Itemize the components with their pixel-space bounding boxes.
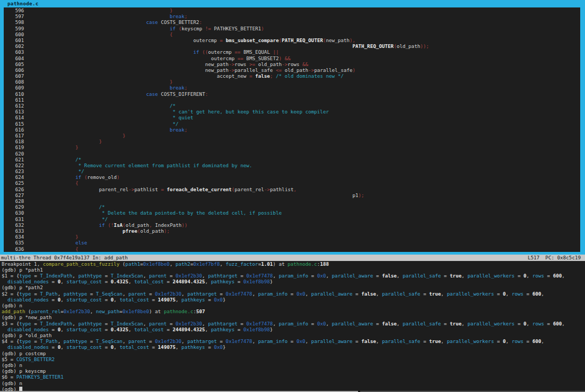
code-segment: , — [113, 297, 119, 303]
code-segment: pathtarget — [208, 321, 237, 326]
code-segment: $4 = { — [2, 338, 19, 344]
code-segment: = — [87, 291, 96, 297]
code-segment: , — [143, 273, 149, 279]
source-code-text: break; — [28, 85, 188, 91]
code-segment: (gdb) p *old_path — [2, 332, 52, 338]
code-segment: case — [146, 91, 158, 97]
code-segment: = — [102, 344, 111, 350]
console-line: (gdb) n — [2, 303, 585, 308]
code-segment: 0x0 — [214, 344, 223, 350]
source-line: 601 outercmp = bms_subset_compare(PATH_R… — [4, 37, 580, 43]
code-segment: type — [19, 273, 31, 279]
source-code-text: case COSTS_DIFFERENT: — [28, 91, 208, 97]
code-segment: remove_old — [87, 174, 117, 180]
code-segment: , — [397, 321, 403, 326]
source-line: 616 break; — [4, 127, 580, 133]
code-segment: 149075 — [158, 297, 175, 303]
line-number: 631 — [4, 216, 24, 222]
source-code-text: * quiet — [28, 115, 193, 120]
code-segment: } — [99, 138, 102, 144]
code-segment: } — [76, 144, 79, 150]
code-segment: = — [205, 344, 214, 350]
source-code-text: p1); — [28, 192, 364, 198]
code-segment: add_path — [2, 308, 25, 314]
source-line: 635 else — [4, 240, 580, 246]
code-segment: , — [294, 186, 297, 192]
code-segment: -> — [308, 67, 314, 73]
code-segment: , — [441, 291, 447, 297]
code-segment: = — [164, 326, 173, 332]
code-segment: parent — [128, 291, 146, 297]
line-number: 611 — [4, 97, 24, 103]
source-line: 625 { — [4, 180, 580, 186]
source-code-text: break; — [28, 13, 188, 19]
code-segment: , — [376, 338, 382, 344]
code-segment: T_IndexPath — [40, 273, 72, 279]
gdb-terminal: pathnode.c 596 }597 break;598 case COSTS… — [0, 0, 585, 392]
code-segment: -> — [128, 186, 134, 192]
code-segment: = — [353, 291, 362, 297]
code-segment: type — [19, 291, 31, 297]
line-number: 598 — [4, 19, 24, 25]
code-segment: */ — [102, 216, 108, 222]
code-segment: compare_path_costs_fuzzily — [43, 261, 119, 267]
source-line: 610 case COSTS_DIFFERENT: — [4, 91, 580, 97]
line-number: 632 — [4, 222, 24, 228]
line-number: 630 — [4, 210, 24, 216]
code-segment: 0x0 — [214, 297, 223, 303]
code-segment: = — [524, 338, 533, 344]
code-segment: , — [461, 321, 467, 326]
code-segment: 244894.4325 — [173, 326, 205, 332]
code-segment: true — [450, 273, 461, 279]
code-segment: old_path — [126, 222, 149, 228]
code-segment: true — [450, 321, 461, 326]
code-segment: = — [167, 273, 176, 279]
code-segment: outercmp — [193, 37, 220, 43]
code-segment: total_cost — [119, 344, 149, 350]
code-segment: } — [76, 234, 79, 240]
line-number: 599 — [4, 26, 24, 31]
line-number: 607 — [4, 73, 24, 79]
code-segment: , — [326, 273, 332, 279]
code-segment: 0x0 — [296, 291, 305, 297]
code-segment: , — [128, 279, 134, 284]
line-number: 636 — [4, 246, 24, 252]
code-segment: -> — [264, 186, 270, 192]
line-number: 623 — [4, 168, 24, 174]
code-segment: pathtarget — [188, 338, 217, 344]
code-segment: pathtype — [78, 321, 102, 326]
line-number: 612 — [4, 103, 24, 109]
code-segment: (( — [202, 49, 208, 55]
console-line: (gdb) p *old_path — [2, 332, 585, 338]
code-segment: startup_cost — [67, 279, 102, 284]
source-code-text: case COSTS_BETTER2: — [28, 19, 202, 25]
code-segment: -> — [229, 67, 234, 73]
code-segment: 0.4325 — [111, 279, 128, 284]
code-segment: param_info — [258, 338, 287, 344]
code-segment: parent — [149, 273, 167, 279]
code-segment — [2, 297, 7, 303]
code-segment: || — [273, 49, 279, 55]
code-segment: , — [541, 338, 545, 344]
source-code-text: /* — [28, 103, 176, 109]
code-segment: type — [19, 338, 31, 344]
line-number: 608 — [4, 79, 24, 85]
code-segment: if — [170, 26, 176, 31]
code-segment: ) — [353, 67, 356, 73]
line-number: 614 — [4, 115, 24, 120]
gdb-console[interactable]: Breakpoint 1, compare_path_costs_fuzzily… — [0, 261, 585, 392]
code-segment: T_IndexPath — [40, 321, 72, 326]
source-pane[interactable]: 596 }597 break;598 case COSTS_BETTER2:59… — [4, 7, 580, 252]
code-segment: 0x1ef8be0 — [143, 261, 170, 267]
code-segment: <= — [276, 67, 282, 73]
code-segment: = — [146, 338, 155, 344]
source-line: 611 — [4, 97, 580, 103]
code-segment: T_Path — [40, 338, 58, 344]
code-segment: (gdb) p *path2 — [2, 284, 43, 290]
code-segment: -> — [282, 61, 288, 67]
code-segment: parallel_aware — [332, 321, 373, 326]
code-segment: 600 — [553, 273, 562, 279]
source-line: 621 /* — [4, 157, 580, 162]
code-segment: break — [170, 127, 185, 133]
code-segment: ) — [261, 26, 264, 31]
